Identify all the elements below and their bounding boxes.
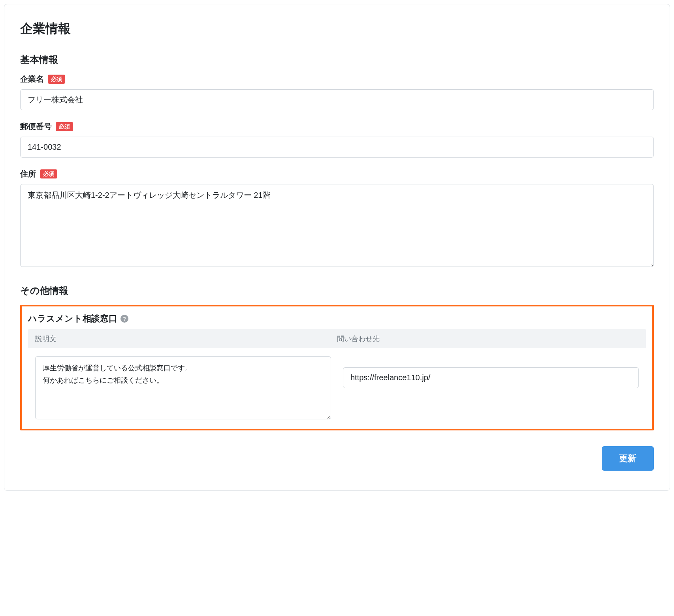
- form-group-address: 住所 必須: [20, 169, 654, 269]
- company-info-card: 企業情報 基本情報 企業名 必須 郵便番号 必須 住所 必須 その他情報 ハラス…: [4, 4, 670, 491]
- column-header-contact: 問い合わせ先: [337, 334, 639, 344]
- postal-code-input[interactable]: [20, 137, 654, 158]
- section-other-title: その他情報: [20, 284, 654, 297]
- company-name-label: 企業名: [20, 74, 44, 85]
- page-title: 企業情報: [20, 20, 654, 38]
- required-badge: 必須: [40, 169, 57, 179]
- form-group-company-name: 企業名 必須: [20, 74, 654, 110]
- harassment-contact-input[interactable]: [343, 367, 639, 388]
- harassment-table-header: 説明文 問い合わせ先: [28, 329, 646, 348]
- section-basic-title: 基本情報: [20, 53, 654, 66]
- address-textarea[interactable]: [20, 184, 654, 267]
- submit-button[interactable]: 更新: [602, 446, 654, 471]
- harassment-title: ハラスメント相談窓口: [28, 313, 117, 325]
- company-name-input[interactable]: [20, 89, 654, 110]
- required-badge: 必須: [48, 75, 65, 84]
- harassment-highlight-box: ハラスメント相談窓口 ? 説明文 問い合わせ先: [20, 305, 654, 430]
- form-group-postal-code: 郵便番号 必須: [20, 121, 654, 158]
- required-badge: 必須: [56, 122, 73, 131]
- postal-code-label: 郵便番号: [20, 121, 52, 132]
- column-header-description: 説明文: [35, 334, 337, 344]
- address-label: 住所: [20, 169, 36, 179]
- harassment-description-textarea[interactable]: [35, 356, 331, 419]
- help-icon[interactable]: ?: [120, 315, 128, 323]
